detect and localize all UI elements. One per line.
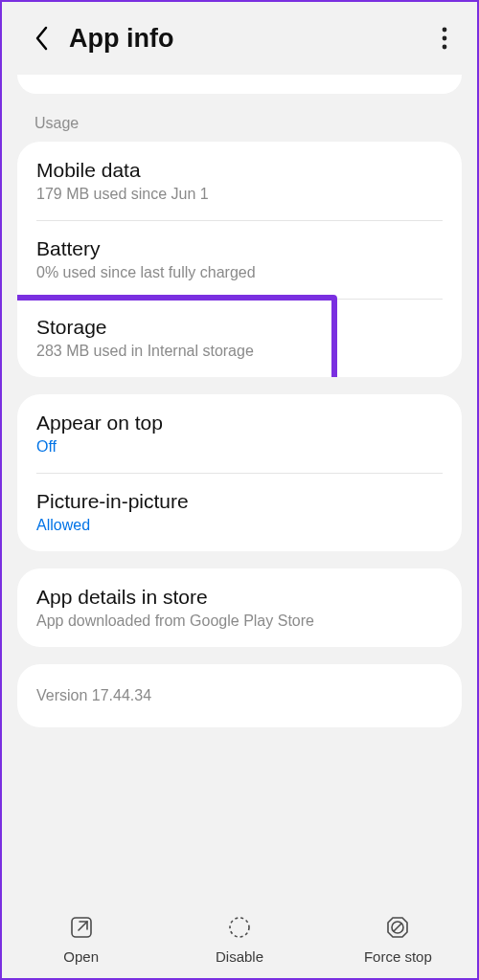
mobile-data-sub: 179 MB used since Jun 1 [36, 186, 443, 203]
usage-card: Mobile data 179 MB used since Jun 1 Batt… [17, 142, 462, 377]
force-stop-icon [384, 914, 411, 941]
force-stop-label: Force stop [364, 948, 432, 965]
version-text: Version 17.44.34 [36, 687, 443, 704]
store-card: App details in store App downloaded from… [17, 568, 462, 647]
battery-title: Battery [36, 237, 443, 260]
previous-card-peek [17, 75, 462, 94]
disable-icon [226, 914, 253, 941]
content-scroll: Usage Mobile data 179 MB used since Jun … [2, 75, 477, 902]
mobile-data-title: Mobile data [36, 159, 443, 182]
svg-point-0 [443, 28, 447, 33]
app-details-title: App details in store [36, 586, 443, 609]
appear-on-top-row[interactable]: Appear on top Off [17, 394, 462, 473]
more-vertical-icon [442, 27, 447, 50]
overlay-card: Appear on top Off Picture-in-picture All… [17, 394, 462, 551]
page-title: App info [69, 24, 429, 54]
svg-line-4 [79, 922, 87, 930]
svg-line-8 [394, 924, 401, 931]
app-details-sub: App downloaded from Google Play Store [36, 612, 443, 630]
open-icon [68, 914, 95, 941]
open-label: Open [63, 948, 99, 965]
app-details-row[interactable]: App details in store App downloaded from… [17, 568, 462, 647]
svg-point-5 [230, 918, 249, 937]
pip-title: Picture-in-picture [36, 490, 443, 513]
storage-title: Storage [36, 316, 443, 339]
disable-label: Disable [216, 948, 263, 965]
app-info-screen: App info Usage Mobile data 179 MB used s… [0, 0, 479, 980]
header-bar: App info [2, 2, 477, 75]
storage-row[interactable]: Storage 283 MB used in Internal storage [17, 299, 462, 377]
battery-sub: 0% used since last fully charged [36, 264, 443, 281]
battery-row[interactable]: Battery 0% used since last fully charged [17, 220, 462, 299]
svg-point-2 [443, 45, 447, 50]
chevron-left-icon [34, 25, 51, 52]
more-options-button[interactable] [429, 23, 460, 54]
mobile-data-row[interactable]: Mobile data 179 MB used since Jun 1 [17, 142, 462, 220]
open-button[interactable]: Open [3, 914, 160, 965]
bottom-action-bar: Open Disable Force stop [2, 902, 477, 978]
pip-row[interactable]: Picture-in-picture Allowed [17, 473, 462, 551]
storage-sub: 283 MB used in Internal storage [36, 343, 443, 360]
disable-button[interactable]: Disable [161, 914, 318, 965]
usage-section-label: Usage [17, 105, 462, 142]
force-stop-button[interactable]: Force stop [319, 914, 476, 965]
svg-point-1 [443, 36, 447, 41]
back-button[interactable] [27, 23, 57, 54]
pip-value: Allowed [36, 517, 443, 534]
version-card: Version 17.44.34 [17, 664, 462, 727]
appear-on-top-title: Appear on top [36, 412, 443, 434]
appear-on-top-value: Off [36, 438, 443, 456]
